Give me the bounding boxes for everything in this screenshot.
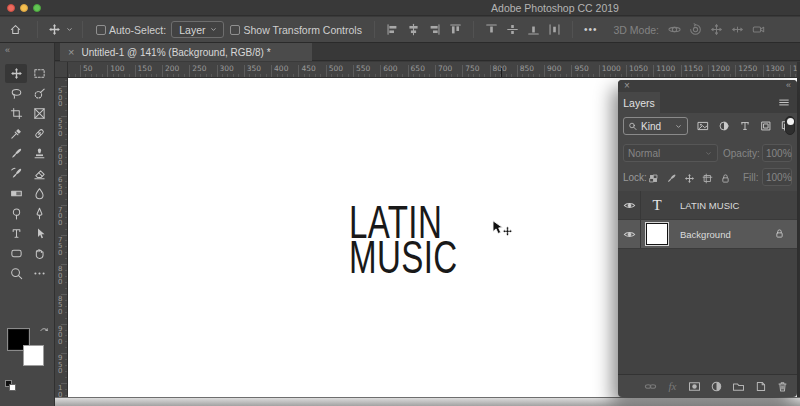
lock-transparency-icon[interactable] bbox=[644, 170, 662, 186]
layers-tab-row: Layers bbox=[618, 92, 797, 113]
ruler-label: 250 bbox=[192, 64, 206, 73]
collapse-panel-icon[interactable]: « bbox=[786, 80, 791, 91]
lock-artboard-icon[interactable] bbox=[698, 170, 716, 186]
3d-roll-icon[interactable] bbox=[687, 21, 704, 38]
minimize-window-button[interactable] bbox=[20, 4, 28, 12]
path-select-tool[interactable] bbox=[28, 224, 50, 243]
ruler-cursor-marker bbox=[501, 68, 502, 77]
hand-tool[interactable] bbox=[28, 244, 50, 263]
new-layer-icon[interactable] bbox=[754, 379, 767, 393]
layer-group-icon[interactable] bbox=[732, 379, 745, 393]
app-title: Adobe Photoshop CC 2019 bbox=[455, 2, 655, 14]
adjustment-layer-icon[interactable] bbox=[710, 379, 723, 393]
3d-camera-icon[interactable] bbox=[750, 21, 767, 38]
layer-row-background[interactable]: Background bbox=[618, 220, 797, 249]
distribute-bottom-edges-icon[interactable] bbox=[525, 21, 542, 38]
delete-layer-icon[interactable] bbox=[776, 379, 789, 393]
blend-mode-dropdown[interactable]: Normal bbox=[623, 144, 718, 162]
align-right-edges-icon[interactable] bbox=[426, 21, 443, 38]
zoom-tool[interactable] bbox=[5, 264, 27, 283]
align-top-edges-icon[interactable] bbox=[447, 21, 464, 38]
background-color-swatch[interactable] bbox=[23, 345, 44, 366]
healing-tool[interactable] bbox=[28, 124, 50, 143]
visibility-eye-icon[interactable] bbox=[622, 198, 636, 212]
ruler-label: 150 bbox=[138, 64, 152, 73]
opacity-dropdown[interactable]: 100% bbox=[762, 144, 792, 162]
shape-tool[interactable] bbox=[5, 244, 27, 263]
layer-thumbnail[interactable] bbox=[646, 223, 668, 245]
link-layers-icon[interactable] bbox=[644, 379, 657, 393]
fill-dropdown[interactable]: 100% bbox=[762, 168, 792, 186]
kind-filter-dropdown[interactable]: Kind bbox=[623, 117, 688, 135]
move-tool[interactable] bbox=[5, 64, 27, 83]
eraser-tool[interactable] bbox=[28, 164, 50, 183]
auto-select-checkbox[interactable] bbox=[96, 25, 106, 35]
lock-all-icon[interactable] bbox=[716, 170, 734, 186]
document-tab[interactable]: × Untitled-1 @ 141% (Background, RGB/8) … bbox=[60, 43, 312, 61]
distribute-horizontal-icon[interactable] bbox=[546, 21, 563, 38]
ruler-label: 50 bbox=[83, 64, 93, 73]
eyedropper-tool[interactable] bbox=[5, 124, 27, 143]
3d-mode-buttons bbox=[664, 21, 769, 38]
swap-colors-icon[interactable] bbox=[38, 326, 50, 338]
vertical-ruler[interactable]: 5005506006507007508008509009501000 bbox=[55, 78, 68, 397]
align-buttons bbox=[382, 21, 466, 38]
close-tab-icon[interactable]: × bbox=[68, 47, 74, 58]
horizontal-ruler[interactable]: 5010015020025030035040045050055060065070… bbox=[55, 62, 800, 78]
distribute-top-edges-icon[interactable] bbox=[483, 21, 500, 38]
ruler-label: 400 bbox=[274, 64, 288, 73]
horizontal-scrollbar-track[interactable] bbox=[55, 397, 800, 406]
type-layer-filter-icon[interactable] bbox=[734, 118, 755, 134]
lasso-tool[interactable] bbox=[5, 84, 27, 103]
3d-slide-icon[interactable] bbox=[729, 21, 746, 38]
3d-pan-icon[interactable] bbox=[708, 21, 725, 38]
layer-mask-icon[interactable] bbox=[688, 379, 701, 393]
align-horizontal-centers-icon[interactable] bbox=[405, 21, 422, 38]
pixel-layer-filter-icon[interactable] bbox=[692, 118, 713, 134]
pen-tool[interactable] bbox=[28, 204, 50, 223]
search-icon bbox=[628, 120, 638, 133]
shape-layer-filter-icon[interactable] bbox=[755, 118, 776, 134]
3d-orbit-icon[interactable] bbox=[666, 21, 683, 38]
zoom-window-button[interactable] bbox=[33, 4, 41, 12]
layer-row-latin-music[interactable]: TLATIN MUSIC bbox=[618, 191, 797, 220]
close-panel-icon[interactable]: × bbox=[624, 80, 630, 91]
type-layer-thumbnail[interactable]: T bbox=[646, 194, 668, 216]
dodge-tool[interactable] bbox=[5, 204, 27, 223]
more-align-options-button[interactable]: ••• bbox=[584, 24, 598, 35]
move-tool-icon[interactable] bbox=[45, 23, 63, 36]
panel-menu-icon[interactable] bbox=[778, 96, 790, 108]
gradient-tool[interactable] bbox=[5, 184, 27, 203]
lock-pixels-icon[interactable] bbox=[662, 170, 680, 186]
layer-name[interactable]: Background bbox=[680, 229, 731, 240]
ellipsis[interactable] bbox=[28, 264, 50, 283]
stamp-tool[interactable] bbox=[28, 144, 50, 163]
distribute-vertical-centers-icon[interactable] bbox=[504, 21, 521, 38]
show-transform-checkbox[interactable] bbox=[230, 25, 240, 35]
close-window-button[interactable] bbox=[7, 4, 15, 12]
show-transform-label: Show Transform Controls bbox=[243, 24, 361, 36]
visibility-eye-icon[interactable] bbox=[622, 227, 636, 241]
type-tool[interactable] bbox=[5, 224, 27, 243]
marquee-tool[interactable] bbox=[28, 64, 50, 83]
layer-name[interactable]: LATIN MUSIC bbox=[680, 200, 739, 211]
tab-layers[interactable]: Layers bbox=[618, 92, 660, 113]
collapse-tools-icon[interactable]: « bbox=[5, 45, 10, 55]
layer-effects-icon[interactable]: fx bbox=[666, 379, 679, 393]
lock-position-icon[interactable] bbox=[680, 170, 698, 186]
chevron-down-icon bbox=[674, 122, 683, 131]
quick-select-tool[interactable] bbox=[28, 84, 50, 103]
align-left-edges-icon[interactable] bbox=[384, 21, 401, 38]
crop-tool[interactable] bbox=[5, 104, 27, 123]
ruler-label: 1050 bbox=[629, 64, 648, 73]
frame-tool[interactable] bbox=[28, 104, 50, 123]
layers-panel: × « Layers Kind Normal Opacity: 100% bbox=[618, 80, 797, 397]
blur-tool[interactable] bbox=[28, 184, 50, 203]
adjustment-layer-filter-icon[interactable] bbox=[713, 118, 734, 134]
chevron-down-icon[interactable] bbox=[63, 25, 75, 34]
layer-filter-toggle[interactable] bbox=[785, 116, 795, 135]
home-icon[interactable] bbox=[0, 23, 30, 36]
brush-tool[interactable] bbox=[5, 144, 27, 163]
history-brush-tool[interactable] bbox=[5, 164, 27, 183]
auto-select-target-dropdown[interactable]: Layer bbox=[171, 21, 224, 38]
